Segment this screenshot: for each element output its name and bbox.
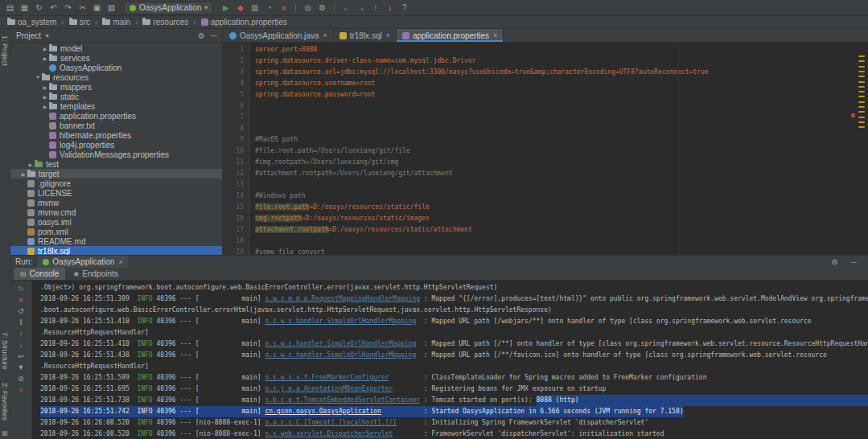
up-icon[interactable]: ↑ <box>368 2 382 14</box>
console-output[interactable]: .Object>) org.springframework.boot.autoc… <box>32 281 868 439</box>
tree-item-mvnw[interactable]: mvnw <box>10 198 222 207</box>
run-config-select[interactable]: OasysApplication ▾ <box>124 2 213 14</box>
copy-icon[interactable]: ▣ <box>90 2 104 14</box>
warning-stripe-mark[interactable] <box>858 126 865 128</box>
tree-item-application-properties[interactable]: application.properties <box>10 111 222 121</box>
code-line[interactable]: spring.datasource.url=jdbc:mysql://local… <box>255 67 868 78</box>
project-panel-title[interactable]: Project <box>16 31 41 40</box>
rerun-icon[interactable]: ↻ <box>15 284 27 293</box>
code-line[interactable]: spring.datasource.password=root <box>255 89 868 101</box>
code-line[interactable]: spring.datasource.username=root <box>255 78 868 89</box>
warning-stripe-mark[interactable] <box>858 96 865 97</box>
code-line[interactable] <box>255 236 868 247</box>
warning-stripe-mark[interactable] <box>858 71 865 72</box>
warning-stripe-mark[interactable] <box>858 76 865 77</box>
scroll-end-icon[interactable]: ▼ <box>15 363 27 371</box>
editor-tab-application-properties[interactable]: application.properties× <box>397 29 504 42</box>
warning-stripe-mark[interactable] <box>858 86 865 88</box>
down-stack-icon[interactable]: ↓ <box>15 340 27 349</box>
stop-icon[interactable]: ■ <box>15 295 27 304</box>
stop-icon[interactable]: ■ <box>277 2 290 14</box>
editor-tab-tr18lx-sql[interactable]: tr18lx.sql× <box>334 29 397 42</box>
down-icon[interactable]: ↓ <box>383 2 397 14</box>
close-icon[interactable]: × <box>15 385 27 394</box>
hide-panel-icon[interactable]: ─ <box>848 257 860 266</box>
tree-item-services[interactable]: ▶services <box>10 53 222 63</box>
code-line[interactable]: #attachment.rootpath=/Users/luoxiang/git… <box>255 168 868 179</box>
tree-item-model[interactable]: ▶model <box>10 43 222 53</box>
sync-icon[interactable]: ↻ <box>32 2 46 14</box>
tree-item-hibernate-properties[interactable]: hibernate.properties <box>10 130 222 140</box>
redo-icon[interactable]: ↷ <box>61 2 75 14</box>
debug-icon[interactable]: ◆ <box>233 2 247 14</box>
warning-stripe-mark[interactable] <box>858 91 865 92</box>
tree-item-mvnw-cmd[interactable]: mvnw.cmd <box>10 207 222 217</box>
tree-item-target[interactable]: ▶target <box>10 169 222 178</box>
breadcrumb-item[interactable]: application.properties <box>199 18 290 27</box>
tree-item-banner-txt[interactable]: banner.txt <box>10 121 222 130</box>
error-stripe-mark[interactable] <box>851 113 855 117</box>
tree-item-resources[interactable]: ▼resources <box>10 72 222 82</box>
chevron-collapsed-icon[interactable]: ▶ <box>27 162 35 167</box>
code-line[interactable]: #img.rootpath=/Users/luoxiang/git/img <box>255 157 868 168</box>
warning-stripe-mark[interactable] <box>858 81 865 83</box>
open-icon[interactable]: ▤ <box>3 2 17 14</box>
forward-icon[interactable]: → <box>354 2 368 14</box>
tree-item--gitignore[interactable]: .gitignore <box>10 178 222 188</box>
stripe-toggle-icon[interactable]: ▦ <box>2 429 8 437</box>
chevron-collapsed-icon[interactable]: ▶ <box>19 171 27 177</box>
profile-icon[interactable]: ◔ <box>262 2 276 14</box>
code-line[interactable]: #MacOS path <box>255 134 868 146</box>
error-stripe[interactable] <box>855 43 866 255</box>
code-line[interactable]: file.root.path=D:/oasys/resources/static… <box>255 202 868 213</box>
restart-icon[interactable]: ↺ <box>15 306 27 315</box>
run-icon[interactable]: ▶ <box>219 2 232 14</box>
warning-stripe-mark[interactable] <box>858 111 865 113</box>
tree-item-oasysapplication[interactable]: OasysApplication <box>10 63 222 72</box>
close-tab-icon[interactable]: × <box>323 31 327 39</box>
tree-item-test[interactable]: ▶test <box>10 159 222 169</box>
help-icon[interactable]: ? <box>397 2 411 14</box>
soft-wrap-icon[interactable]: ↩ <box>15 351 27 360</box>
hide-panel-icon[interactable]: ─ <box>211 31 216 40</box>
tool-button-project[interactable]: 1: Project <box>1 31 9 70</box>
save-all-icon[interactable]: ▦ <box>18 2 31 14</box>
code-line[interactable] <box>255 101 868 112</box>
tree-item-mappers[interactable]: ▶mappers <box>10 82 222 92</box>
tree-item-validationmessages-properties[interactable]: ValidationMessages.properties <box>10 150 222 159</box>
tree-item-static[interactable]: ▶static <box>10 92 222 101</box>
chevron-expanded-icon[interactable]: ▼ <box>34 75 42 80</box>
settings-gear-icon[interactable]: ⚙ <box>198 31 205 40</box>
editor-tab-oasysapplication-java[interactable]: OasysApplication.java× <box>224 29 334 42</box>
editor-code[interactable]: server.port=8088spring.datasource.driver… <box>250 43 868 255</box>
settings-icon[interactable]: ⚙ <box>315 2 329 14</box>
chevron-collapsed-icon[interactable]: ▶ <box>41 94 49 100</box>
code-line[interactable] <box>255 112 868 123</box>
warning-stripe-mark[interactable] <box>858 55 865 57</box>
tree-item-pom-xml[interactable]: pom.xml <box>10 227 222 236</box>
paste-icon[interactable]: ▧ <box>105 2 118 14</box>
search-icon[interactable]: ◎ <box>301 2 315 14</box>
close-tab-icon[interactable]: × <box>493 31 497 39</box>
run-session-tab[interactable]: OasysApplication × <box>38 256 128 268</box>
tree-item-license[interactable]: LICENSE <box>10 188 222 198</box>
editor-body[interactable]: 12345678910111213141516171819 server.por… <box>223 43 868 255</box>
warning-stripe-mark[interactable] <box>858 66 865 68</box>
code-line[interactable]: server.port=8088 <box>255 44 868 55</box>
tree-item-log4j-properties[interactable]: log4j.properties <box>10 140 222 150</box>
chevron-down-icon[interactable]: ▼ <box>44 33 50 39</box>
warning-stripe-mark[interactable] <box>858 106 865 108</box>
code-line[interactable]: attachment.rootpath=D:/oasys/resources/s… <box>255 224 868 236</box>
gear-icon[interactable]: ⚙ <box>829 257 841 266</box>
close-tab-icon[interactable]: × <box>386 31 390 39</box>
tab-endpoints[interactable]: ◉Endpoints <box>67 268 124 280</box>
warning-stripe-mark[interactable] <box>858 101 865 103</box>
warning-stripe-mark[interactable] <box>858 60 865 62</box>
tool-button-structure[interactable]: 7: Structure <box>1 328 9 374</box>
code-line[interactable] <box>255 179 868 191</box>
breadcrumb-item[interactable]: main <box>100 18 133 27</box>
tree-item-tr18lx-sql[interactable]: tr18lx.sql <box>10 246 222 255</box>
tab-console[interactable]: ▤Console <box>14 268 65 280</box>
pause-icon[interactable]: ‖ <box>15 318 27 326</box>
code-line[interactable]: #file.root.path=/Users/luoxiang/git/file <box>255 146 868 157</box>
